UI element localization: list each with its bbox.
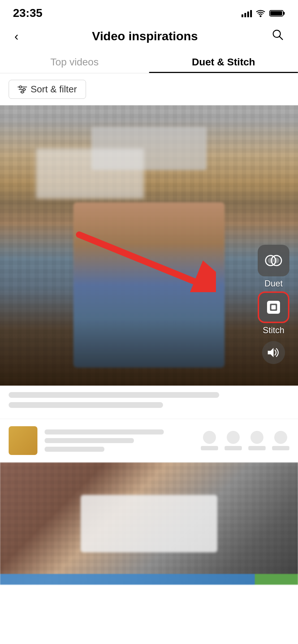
volume-button[interactable] [262,341,285,364]
video-background: Duet Stitch [0,105,298,386]
battery-icon [269,9,285,17]
svg-rect-3 [270,11,282,15]
action-buttons: Duet Stitch [258,245,289,364]
tab-duet-stitch[interactable]: Duet & Stitch [149,50,298,73]
second-video-bar-blue [0,574,298,585]
svg-line-5 [279,36,283,40]
duet-icon [258,245,289,276]
thumb-action-4[interactable] [272,431,289,450]
svg-rect-2 [283,12,285,15]
video-thumbnail-row [0,419,298,463]
thumb-action-icon-4 [274,431,287,444]
thumb-line-3 [45,447,104,452]
thumb-action-label-4 [272,446,289,450]
filter-icon [18,86,27,93]
svg-point-9 [19,86,22,88]
duet-button[interactable]: Duet [258,245,289,289]
video-info [0,386,298,419]
status-bar: 23:35 [0,0,298,23]
tab-bar: Top videos Duet & Stitch [0,50,298,73]
thumb-action-icon-2 [227,431,240,444]
svg-point-16 [268,258,274,263]
stitch-label: Stitch [263,325,284,335]
stitch-button[interactable]: Stitch [258,291,289,335]
video-player[interactable]: Duet Stitch [0,105,298,386]
sort-filter-button[interactable]: Sort & filter [9,80,86,99]
thumb-action-label-1 [201,446,218,450]
info-line-2 [9,402,163,408]
thumb-action-label-3 [248,446,266,450]
svg-point-10 [23,88,25,91]
header: ‹ Video inspirations [0,23,298,50]
thumb-action-icon-3 [250,431,263,444]
second-video-text [81,495,217,552]
signal-icon [241,9,252,17]
search-button[interactable] [268,27,287,45]
thumbnail-image [9,426,37,455]
thumb-line-1 [45,429,164,434]
back-button[interactable]: ‹ [11,28,22,45]
stitch-icon [258,291,289,323]
svg-marker-21 [268,348,274,357]
thumb-line-2 [45,438,134,443]
status-icons [241,9,285,17]
volume-icon [267,347,280,358]
wifi-icon [256,9,266,17]
thumb-action-3[interactable] [248,431,266,450]
thumb-action-1[interactable] [201,431,218,450]
thumb-action-label-2 [225,446,242,450]
duet-label: Duet [265,279,283,289]
second-video-bar-green [255,574,298,585]
video-text-mid [36,148,144,199]
status-time: 23:35 [13,6,42,20]
thumb-action-2[interactable] [225,431,242,450]
tab-top-videos[interactable]: Top videos [0,50,149,73]
filter-bar: Sort & filter [0,73,298,105]
svg-point-11 [21,91,23,93]
svg-rect-20 [271,305,276,309]
second-video[interactable] [0,463,298,585]
info-line-1 [9,392,219,398]
thumb-action-icon-1 [203,431,216,444]
svg-point-0 [260,15,262,17]
video-figure [73,202,225,368]
sort-filter-label: Sort & filter [31,84,77,95]
page-title: Video inspirations [92,29,198,43]
thumbnail-info [45,429,194,452]
svg-point-17 [274,258,279,263]
thumbnail-actions [201,431,289,450]
